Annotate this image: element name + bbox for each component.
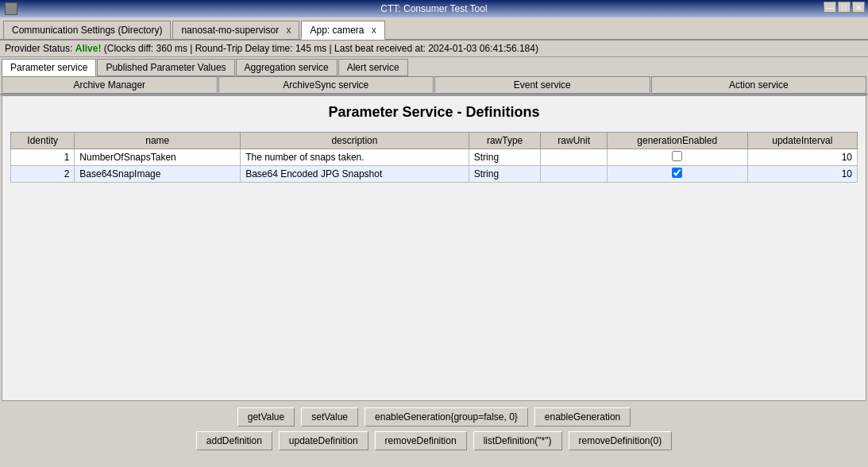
removeDefinition-button[interactable]: removeDefinition	[375, 431, 467, 450]
close-camera-icon[interactable]: x	[372, 25, 376, 36]
tab-camera[interactable]: App: camera x	[301, 21, 384, 40]
tab-action-service[interactable]: Action service	[651, 76, 867, 94]
updateDefinition-button[interactable]: updateDefinition	[279, 431, 368, 450]
button-row-2: addDefinition updateDefinition removeDef…	[3, 431, 865, 450]
col-header-description: description	[241, 133, 469, 149]
definitions-table: Identity name description rawType rawUni…	[10, 132, 858, 183]
close-button[interactable]: ✕	[852, 2, 865, 13]
col-header-rawunit: rawUnit	[541, 133, 607, 149]
cell-description: The number of snaps taken.	[241, 149, 469, 166]
addDefinition-button[interactable]: addDefinition	[196, 431, 272, 450]
col-header-identity: Identity	[11, 133, 75, 149]
cell-updateinterval: 10	[747, 166, 857, 183]
cell-rawunit	[541, 149, 607, 166]
provider-status-bar: Provider Status: Alive! (Clocks diff: 36…	[0, 41, 868, 57]
cell-generationenabled	[607, 149, 747, 166]
setValue-button[interactable]: setValue	[301, 407, 358, 426]
col-header-updateinterval: updateInterval	[747, 133, 857, 149]
cell-rawunit	[541, 166, 607, 183]
content-area: Parameter Service - Definitions Identity…	[2, 95, 866, 401]
tab-aggregation-service[interactable]: Aggregation service	[236, 59, 338, 76]
provider-status-prefix: Provider Status:	[5, 43, 75, 54]
cell-rawtype: String	[469, 149, 541, 166]
button-row-1: getValue setValue enableGeneration{group…	[3, 407, 865, 426]
table-body: 1NumberOfSnapsTakenThe number of snaps t…	[11, 149, 858, 183]
tab-alert-service[interactable]: Alert service	[338, 59, 408, 76]
cell-identity: 1	[11, 149, 75, 166]
generationenabled-checkbox[interactable]	[672, 168, 682, 178]
title-bar: CTT: Consumer Test Tool — □ ✕	[0, 0, 868, 17]
getValue-button[interactable]: getValue	[237, 407, 295, 426]
window-controls: — □ ✕	[824, 2, 865, 13]
table-row: 1NumberOfSnapsTakenThe number of snaps t…	[11, 149, 858, 166]
maximize-button[interactable]: □	[838, 2, 851, 13]
tab-parameter-service[interactable]: Parameter service	[2, 59, 96, 76]
enableGeneration-button[interactable]: enableGeneration	[534, 407, 631, 426]
tab-event-service[interactable]: Event service	[434, 76, 650, 94]
main-tab-bar: Communication Settings (Directory) nanos…	[0, 17, 868, 41]
minimize-button[interactable]: —	[824, 2, 836, 13]
cell-description: Base64 Encoded JPG Snapshot	[241, 166, 469, 183]
cell-generationenabled	[607, 166, 747, 183]
provider-status-alive: Alive!	[75, 43, 102, 54]
generationenabled-checkbox[interactable]	[672, 151, 682, 161]
page-title: Parameter Service - Definitions	[10, 104, 858, 121]
tab-nanosat[interactable]: nanosat-mo-supervisor x	[172, 21, 299, 39]
app-icon	[5, 2, 17, 15]
listDefinitionStar-button[interactable]: listDefinition("*")	[473, 431, 562, 450]
cell-identity: 2	[11, 166, 75, 183]
enableGenerationGroup-button[interactable]: enableGeneration{group=false, 0}	[365, 407, 528, 426]
cell-rawtype: String	[469, 166, 541, 183]
tab-communication[interactable]: Communication Settings (Directory)	[3, 21, 171, 39]
tab-archive-manager[interactable]: Archive Manager	[2, 76, 218, 94]
col-header-rawtype: rawType	[469, 133, 541, 149]
button-area: getValue setValue enableGeneration{group…	[0, 401, 868, 453]
tab-archivesync-service[interactable]: ArchiveSync service	[218, 76, 434, 94]
cell-name: NumberOfSnapsTaken	[75, 149, 241, 166]
service-tab-bar-2: Archive Manager ArchiveSync service Even…	[0, 76, 868, 95]
col-header-generationenabled: generationEnabled	[607, 133, 747, 149]
window-title: CTT: Consumer Test Tool	[380, 3, 487, 14]
cell-name: Base64SnapImage	[75, 166, 241, 183]
removeDefinition0-button[interactable]: removeDefinition(0)	[569, 431, 673, 450]
provider-status-suffix: (Clocks diff: 360 ms | Round-Trip Delay …	[101, 43, 538, 54]
close-nanosat-icon[interactable]: x	[286, 25, 291, 36]
tab-published-parameter-values[interactable]: Published Parameter Values	[97, 59, 234, 76]
service-tab-bar-1: Parameter service Published Parameter Va…	[0, 57, 868, 76]
table-row: 2Base64SnapImageBase64 Encoded JPG Snaps…	[11, 166, 858, 183]
cell-updateinterval: 10	[747, 149, 857, 166]
col-header-name: name	[75, 133, 241, 149]
